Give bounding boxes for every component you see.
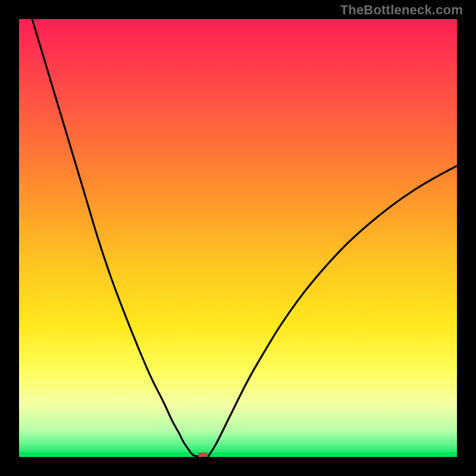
- green-baseline-band: [19, 452, 457, 457]
- gradient-background: [19, 19, 457, 457]
- bottleneck-chart: [19, 19, 457, 457]
- chart-frame: TheBottleneck.com: [0, 0, 476, 476]
- plot-area: [19, 19, 457, 457]
- minimum-marker: [198, 453, 208, 457]
- watermark-label: TheBottleneck.com: [340, 2, 463, 18]
